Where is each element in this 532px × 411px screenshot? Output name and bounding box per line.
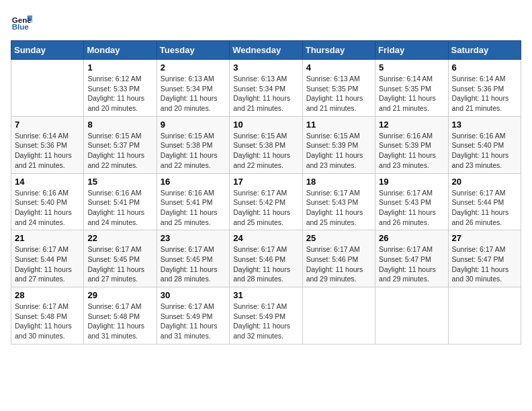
- calendar-cell: 26Sunrise: 6:17 AM Sunset: 5:47 PM Dayli…: [375, 230, 448, 287]
- day-detail: Sunrise: 6:17 AM Sunset: 5:49 PM Dayligh…: [233, 302, 298, 341]
- day-detail: Sunrise: 6:17 AM Sunset: 5:43 PM Dayligh…: [379, 188, 444, 228]
- day-number: 4: [306, 62, 371, 73]
- day-detail: Sunrise: 6:17 AM Sunset: 5:46 PM Dayligh…: [306, 244, 371, 284]
- day-number: 28: [15, 290, 80, 300]
- day-detail: Sunrise: 6:13 AM Sunset: 5:34 PM Dayligh…: [233, 74, 298, 113]
- weekday-header: Thursday: [302, 41, 375, 60]
- day-detail: Sunrise: 6:17 AM Sunset: 5:43 PM Dayligh…: [306, 188, 371, 228]
- day-number: 3: [233, 62, 298, 73]
- calendar-cell: 16Sunrise: 6:16 AM Sunset: 5:41 PM Dayli…: [157, 173, 229, 230]
- day-detail: Sunrise: 6:14 AM Sunset: 5:36 PM Dayligh…: [15, 131, 80, 171]
- day-detail: Sunrise: 6:16 AM Sunset: 5:40 PM Dayligh…: [15, 188, 80, 228]
- calendar-cell: 21Sunrise: 6:17 AM Sunset: 5:44 PM Dayli…: [11, 230, 84, 287]
- calendar-cell: 24Sunrise: 6:17 AM Sunset: 5:46 PM Dayli…: [230, 230, 302, 287]
- day-number: 20: [452, 177, 517, 187]
- calendar-cell: 6Sunrise: 6:14 AM Sunset: 5:36 PM Daylig…: [448, 60, 521, 117]
- calendar-cell: [448, 287, 521, 345]
- day-number: 17: [233, 177, 298, 187]
- logo: General Blue: [11, 11, 35, 32]
- calendar-week-row: 28Sunrise: 6:17 AM Sunset: 5:48 PM Dayli…: [11, 287, 521, 345]
- calendar-cell: 14Sunrise: 6:16 AM Sunset: 5:40 PM Dayli…: [11, 173, 84, 230]
- calendar-week-row: 14Sunrise: 6:16 AM Sunset: 5:40 PM Dayli…: [11, 173, 521, 230]
- day-detail: Sunrise: 6:15 AM Sunset: 5:38 PM Dayligh…: [233, 131, 298, 171]
- day-detail: Sunrise: 6:17 AM Sunset: 5:44 PM Dayligh…: [15, 244, 80, 284]
- logo-icon: General Blue: [11, 11, 32, 32]
- calendar-cell: 8Sunrise: 6:15 AM Sunset: 5:37 PM Daylig…: [84, 116, 157, 173]
- day-number: 25: [306, 233, 371, 243]
- day-detail: Sunrise: 6:16 AM Sunset: 5:41 PM Dayligh…: [87, 188, 152, 228]
- day-number: 18: [306, 177, 371, 187]
- day-detail: Sunrise: 6:14 AM Sunset: 5:36 PM Dayligh…: [452, 74, 517, 113]
- weekday-header: Wednesday: [230, 41, 302, 60]
- day-number: 6: [452, 62, 517, 73]
- calendar-cell: 11Sunrise: 6:15 AM Sunset: 5:39 PM Dayli…: [302, 116, 375, 173]
- day-detail: Sunrise: 6:17 AM Sunset: 5:42 PM Dayligh…: [233, 188, 298, 228]
- svg-text:Blue: Blue: [12, 23, 30, 31]
- calendar-cell: 20Sunrise: 6:17 AM Sunset: 5:44 PM Dayli…: [448, 173, 521, 230]
- day-number: 30: [161, 290, 226, 300]
- weekday-header: Sunday: [11, 41, 84, 60]
- weekday-header: Saturday: [448, 41, 521, 60]
- calendar-cell: 13Sunrise: 6:16 AM Sunset: 5:40 PM Dayli…: [448, 116, 521, 173]
- page-header: General Blue: [11, 11, 521, 32]
- calendar-cell: 7Sunrise: 6:14 AM Sunset: 5:36 PM Daylig…: [11, 116, 84, 173]
- day-detail: Sunrise: 6:15 AM Sunset: 5:38 PM Dayligh…: [161, 131, 226, 171]
- day-detail: Sunrise: 6:16 AM Sunset: 5:41 PM Dayligh…: [161, 188, 226, 228]
- day-detail: Sunrise: 6:14 AM Sunset: 5:35 PM Dayligh…: [379, 74, 444, 113]
- day-number: 27: [452, 233, 517, 243]
- day-number: 1: [87, 62, 152, 73]
- day-number: 16: [161, 177, 226, 187]
- calendar-cell: 30Sunrise: 6:17 AM Sunset: 5:49 PM Dayli…: [157, 287, 229, 345]
- day-number: 2: [161, 62, 226, 73]
- calendar-cell: 23Sunrise: 6:17 AM Sunset: 5:45 PM Dayli…: [157, 230, 229, 287]
- calendar-cell: 9Sunrise: 6:15 AM Sunset: 5:38 PM Daylig…: [157, 116, 229, 173]
- day-detail: Sunrise: 6:16 AM Sunset: 5:39 PM Dayligh…: [379, 131, 444, 171]
- day-number: 5: [379, 62, 444, 73]
- day-number: 15: [87, 177, 152, 187]
- day-number: 10: [233, 120, 298, 130]
- weekday-header: Monday: [84, 41, 157, 60]
- day-detail: Sunrise: 6:17 AM Sunset: 5:48 PM Dayligh…: [87, 302, 152, 341]
- calendar-cell: [302, 287, 375, 345]
- day-number: 12: [379, 120, 444, 130]
- day-detail: Sunrise: 6:17 AM Sunset: 5:45 PM Dayligh…: [161, 244, 226, 284]
- calendar-week-row: 21Sunrise: 6:17 AM Sunset: 5:44 PM Dayli…: [11, 230, 521, 287]
- day-detail: Sunrise: 6:13 AM Sunset: 5:35 PM Dayligh…: [306, 74, 371, 113]
- calendar-week-row: 1Sunrise: 6:12 AM Sunset: 5:33 PM Daylig…: [11, 60, 521, 117]
- day-detail: Sunrise: 6:17 AM Sunset: 5:45 PM Dayligh…: [87, 244, 152, 284]
- calendar-header: SundayMondayTuesdayWednesdayThursdayFrid…: [11, 41, 521, 60]
- day-detail: Sunrise: 6:15 AM Sunset: 5:37 PM Dayligh…: [87, 131, 152, 171]
- day-number: 21: [15, 233, 80, 243]
- day-number: 31: [233, 290, 298, 300]
- day-number: 29: [87, 290, 152, 300]
- calendar-table: SundayMondayTuesdayWednesdayThursdayFrid…: [11, 40, 521, 345]
- day-detail: Sunrise: 6:17 AM Sunset: 5:47 PM Dayligh…: [452, 244, 517, 284]
- calendar-cell: [375, 287, 448, 345]
- day-number: 11: [306, 120, 371, 130]
- weekday-header: Friday: [375, 41, 448, 60]
- calendar-cell: 22Sunrise: 6:17 AM Sunset: 5:45 PM Dayli…: [84, 230, 157, 287]
- day-number: 19: [379, 177, 444, 187]
- day-detail: Sunrise: 6:17 AM Sunset: 5:49 PM Dayligh…: [161, 302, 226, 341]
- calendar-cell: 31Sunrise: 6:17 AM Sunset: 5:49 PM Dayli…: [230, 287, 302, 345]
- day-number: 9: [161, 120, 226, 130]
- day-detail: Sunrise: 6:17 AM Sunset: 5:44 PM Dayligh…: [452, 188, 517, 228]
- calendar-cell: 2Sunrise: 6:13 AM Sunset: 5:34 PM Daylig…: [157, 60, 229, 117]
- calendar-cell: 12Sunrise: 6:16 AM Sunset: 5:39 PM Dayli…: [375, 116, 448, 173]
- day-detail: Sunrise: 6:15 AM Sunset: 5:39 PM Dayligh…: [306, 131, 371, 171]
- day-detail: Sunrise: 6:17 AM Sunset: 5:47 PM Dayligh…: [379, 244, 444, 284]
- day-number: 8: [87, 120, 152, 130]
- day-detail: Sunrise: 6:16 AM Sunset: 5:40 PM Dayligh…: [452, 131, 517, 171]
- day-number: 23: [161, 233, 226, 243]
- weekday-header: Tuesday: [157, 41, 229, 60]
- calendar-cell: 28Sunrise: 6:17 AM Sunset: 5:48 PM Dayli…: [11, 287, 84, 345]
- calendar-cell: 10Sunrise: 6:15 AM Sunset: 5:38 PM Dayli…: [230, 116, 302, 173]
- calendar-cell: 5Sunrise: 6:14 AM Sunset: 5:35 PM Daylig…: [375, 60, 448, 117]
- calendar-cell: 4Sunrise: 6:13 AM Sunset: 5:35 PM Daylig…: [302, 60, 375, 117]
- weekday-row: SundayMondayTuesdayWednesdayThursdayFrid…: [11, 41, 521, 60]
- day-detail: Sunrise: 6:12 AM Sunset: 5:33 PM Dayligh…: [87, 74, 152, 113]
- day-number: 7: [15, 120, 80, 130]
- calendar-cell: 3Sunrise: 6:13 AM Sunset: 5:34 PM Daylig…: [230, 60, 302, 117]
- day-number: 14: [15, 177, 80, 187]
- calendar-cell: 18Sunrise: 6:17 AM Sunset: 5:43 PM Dayli…: [302, 173, 375, 230]
